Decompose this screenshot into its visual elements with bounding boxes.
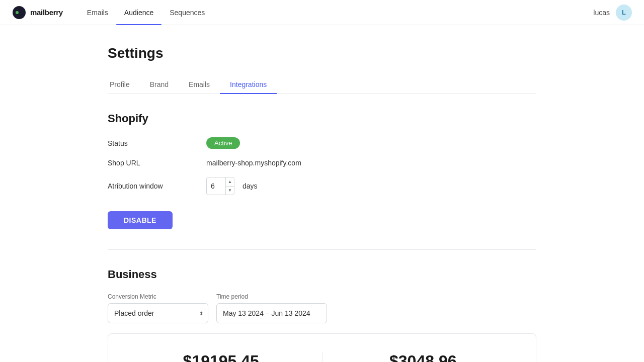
conversion-metric-group: Conversion Metric Placed order ⬍	[108, 293, 208, 323]
total-revenue-value: $19195.45	[183, 352, 259, 362]
shopify-section: Shopify Status Active Shop URL mailberry…	[108, 112, 536, 229]
attribution-arrows: ▲ ▼	[225, 177, 234, 195]
revenue-card: $19195.45 Total revenue $3048.96 Attribu…	[108, 333, 536, 362]
tab-emails[interactable]: Emails	[179, 75, 220, 94]
time-period-group: Time period May 13 2024 – Jun 13 2024	[216, 293, 327, 323]
page-content: Settings Profile Brand Emails Integratio…	[96, 25, 548, 362]
tab-integrations[interactable]: Integrations	[220, 75, 277, 94]
attribution-label: Atribution window	[108, 182, 198, 190]
settings-tabs: Profile Brand Emails Integrations	[108, 75, 536, 94]
status-badge: Active	[206, 137, 240, 149]
nav-audience[interactable]: Audience	[116, 0, 162, 25]
navbar: mailberry Emails Audience Sequences luca…	[0, 0, 644, 25]
nav-emails[interactable]: Emails	[79, 0, 116, 25]
days-label: days	[243, 182, 258, 190]
conversion-metric-select-wrapper: Placed order ⬍	[108, 303, 208, 323]
business-title: Business	[108, 268, 536, 281]
brand-logo-link[interactable]: mailberry	[12, 6, 63, 20]
total-revenue-metric: $19195.45 Total revenue	[120, 352, 322, 362]
business-filters: Conversion Metric Placed order ⬍ Time pe…	[108, 293, 536, 323]
shop-url-row: Shop URL mailberry-shop.myshopify.com	[108, 159, 536, 167]
status-label: Status	[108, 139, 198, 147]
time-period-label: Time period	[216, 293, 327, 300]
attribution-value: 6	[207, 182, 225, 190]
shop-url-value: mailberry-shop.myshopify.com	[206, 159, 301, 167]
status-row: Status Active	[108, 137, 536, 149]
attribution-row: Atribution window 6 ▲ ▼ days	[108, 177, 536, 195]
brand-name: mailberry	[30, 8, 63, 17]
conversion-metric-label: Conversion Metric	[108, 293, 208, 300]
date-range-value: May 13 2024 – Jun 13 2024	[223, 309, 310, 317]
nav-sequences[interactable]: Sequences	[162, 0, 213, 25]
svg-point-0	[13, 6, 26, 19]
shopify-title: Shopify	[108, 112, 536, 125]
svg-point-1	[16, 11, 19, 14]
date-range-input[interactable]: May 13 2024 – Jun 13 2024	[216, 303, 327, 323]
user-name: lucas	[593, 9, 610, 17]
attribution-up-arrow[interactable]: ▲	[226, 177, 234, 187]
attribution-down-arrow[interactable]: ▼	[226, 187, 234, 195]
attributed-revenue-metric: $3048.96 Attributed revenue	[323, 352, 524, 362]
nav-links: Emails Audience Sequences	[79, 0, 593, 25]
navbar-right: lucas L	[593, 5, 632, 21]
brand-logo-icon	[12, 6, 26, 20]
conversion-metric-select[interactable]: Placed order	[108, 303, 208, 323]
business-section: Business Conversion Metric Placed order …	[108, 268, 536, 362]
user-avatar[interactable]: L	[616, 5, 632, 21]
tab-brand[interactable]: Brand	[140, 75, 179, 94]
page-title: Settings	[108, 45, 536, 61]
shop-url-label: Shop URL	[108, 159, 198, 167]
disable-button[interactable]: DISABLE	[108, 211, 173, 229]
attributed-revenue-value: $3048.96	[389, 352, 456, 362]
attribution-input[interactable]: 6 ▲ ▼	[206, 177, 234, 195]
tab-profile[interactable]: Profile	[108, 75, 140, 94]
section-divider	[108, 249, 536, 250]
